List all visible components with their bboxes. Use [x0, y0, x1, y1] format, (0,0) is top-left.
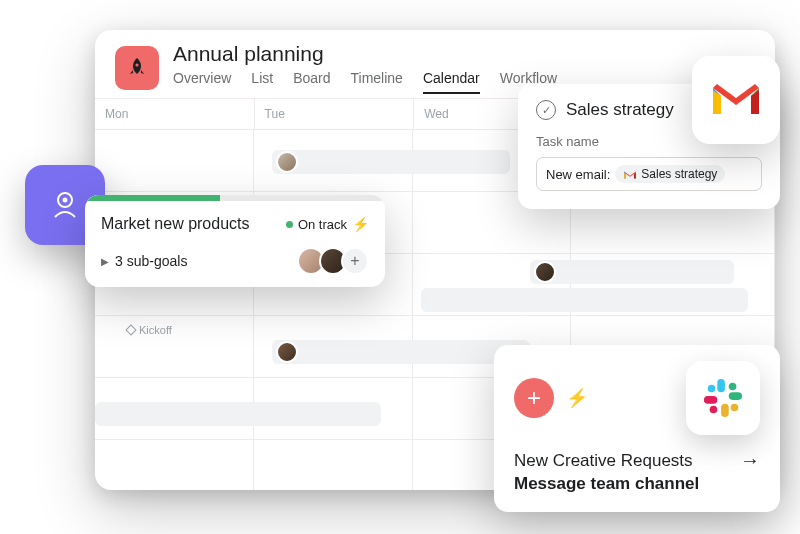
subgoals-toggle[interactable]: ▶ 3 sub-goals — [101, 253, 187, 269]
calendar-cell[interactable] — [254, 440, 413, 490]
gmail-icon — [709, 80, 763, 120]
svg-point-0 — [135, 63, 138, 66]
task-name-prefix: New email: — [546, 167, 610, 182]
svg-rect-5 — [721, 404, 729, 417]
task-bar[interactable] — [272, 340, 530, 364]
avatar — [534, 261, 556, 283]
day-tue: Tue — [255, 99, 415, 129]
svg-rect-4 — [729, 392, 742, 400]
task-bar[interactable] — [421, 288, 747, 312]
task-bar[interactable] — [95, 402, 381, 426]
status-label: On track — [298, 217, 347, 232]
task-name-input[interactable]: New email: Sales strategy — [536, 157, 762, 191]
milestone-label: Kickoff — [139, 324, 172, 336]
automation-trigger-text: New Creative Requests — [514, 451, 693, 471]
svg-point-8 — [729, 383, 737, 391]
svg-point-10 — [710, 406, 718, 414]
automation-action-text: Message team channel — [514, 474, 760, 494]
subgoals-label: 3 sub-goals — [115, 253, 187, 269]
svg-rect-3 — [717, 379, 725, 392]
arrow-right-icon: → — [740, 449, 760, 472]
project-title: Annual planning — [173, 42, 557, 66]
avatar — [276, 151, 298, 173]
project-title-block: Annual planning Overview List Board Time… — [173, 42, 557, 94]
task-title: Sales strategy — [566, 100, 674, 120]
svg-point-7 — [708, 385, 716, 393]
milestone-kickoff[interactable]: Kickoff — [127, 324, 172, 336]
day-mon: Mon — [95, 99, 255, 129]
slack-icon — [702, 377, 744, 419]
task-bar[interactable] — [530, 260, 734, 284]
bolt-icon: ⚡ — [566, 387, 588, 409]
svg-point-2 — [63, 198, 68, 203]
goal-members: + — [303, 247, 369, 275]
complete-task-button[interactable]: ✓ — [536, 100, 556, 120]
gmail-mini-icon — [623, 169, 637, 180]
automation-card[interactable]: + ⚡ New Creative Requests → Message team… — [494, 345, 780, 512]
calendar-cell[interactable] — [95, 316, 254, 377]
svg-point-9 — [731, 404, 739, 412]
goal-status: On track ⚡ — [286, 216, 369, 232]
rocket-icon — [125, 56, 149, 80]
gmail-app-tile[interactable] — [692, 56, 780, 144]
tabs: Overview List Board Timeline Calendar Wo… — [173, 70, 557, 94]
task-bar[interactable] — [272, 150, 510, 174]
svg-rect-6 — [704, 396, 717, 404]
create-trigger-icon: + — [514, 378, 554, 418]
calendar-cell[interactable] — [95, 440, 254, 490]
add-member-button[interactable]: + — [341, 247, 369, 275]
diamond-icon — [125, 324, 136, 335]
slack-app-tile — [686, 361, 760, 435]
goal-card[interactable]: Market new products On track ⚡ ▶ 3 sub-g… — [85, 195, 385, 287]
email-chip[interactable]: Sales strategy — [615, 165, 725, 183]
chevron-right-icon: ▶ — [101, 256, 109, 267]
tab-calendar[interactable]: Calendar — [423, 70, 480, 94]
tab-overview[interactable]: Overview — [173, 70, 231, 94]
avatar — [276, 341, 298, 363]
calendar-cell[interactable] — [95, 130, 254, 191]
status-dot-icon — [286, 221, 293, 228]
project-icon — [115, 46, 159, 90]
goal-title: Market new products — [101, 215, 250, 233]
tab-list[interactable]: List — [251, 70, 273, 94]
tab-timeline[interactable]: Timeline — [351, 70, 403, 94]
bolt-icon: ⚡ — [352, 216, 369, 232]
chip-text: Sales strategy — [641, 167, 717, 181]
tab-board[interactable]: Board — [293, 70, 330, 94]
goal-icon — [45, 185, 85, 225]
